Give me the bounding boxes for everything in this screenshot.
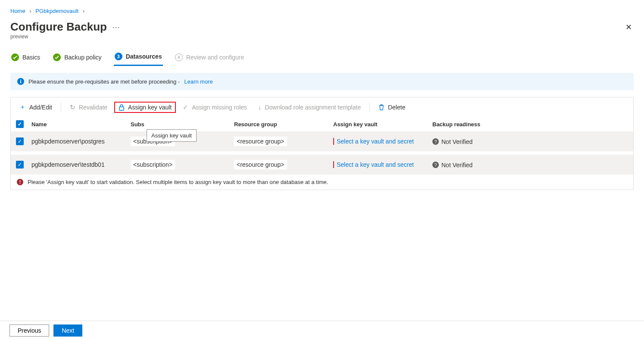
table-row: ✓ pgbkpdemoserver\testdb01 <subscription… (11, 155, 633, 175)
add-edit-button[interactable]: ＋ Add/Edit (15, 101, 56, 113)
tab-review-configure-label: Review and configure (186, 54, 244, 61)
svg-rect-3 (20, 81, 21, 83)
breadcrumb-home[interactable]: Home (10, 8, 25, 14)
status-label: Not Verified (441, 162, 472, 168)
assign-missing-roles-label: Assign missing roles (192, 104, 247, 111)
checkmark-circle-icon (11, 53, 19, 61)
tab-review-configure[interactable]: 4 Review and configure (174, 51, 245, 66)
more-icon[interactable]: ⋯ (112, 22, 120, 32)
help-icon: ? (432, 138, 439, 145)
refresh-icon: ↻ (70, 103, 75, 111)
validation-text: Please 'Assign key vault' to start valid… (28, 179, 328, 185)
tab-basics[interactable]: Basics (10, 51, 41, 66)
toolbar: ＋ Add/Edit ↻ Revalidate Assign key vault… (11, 97, 633, 117)
column-subscription[interactable]: Subs (131, 121, 234, 128)
svg-rect-5 (119, 107, 124, 110)
column-name[interactable]: Name (31, 121, 131, 128)
download-template-label: Download role assignment template (265, 104, 361, 111)
plus-icon: ＋ (19, 103, 26, 111)
breadcrumb: Home › PGbkpdemovault › (0, 0, 644, 18)
info-bar: Please ensure the pre-requisites are met… (10, 73, 634, 90)
separator (61, 103, 61, 112)
revalidate-label: Revalidate (79, 104, 107, 111)
svg-rect-8 (20, 183, 21, 184)
datasources-panel: ＋ Add/Edit ↻ Revalidate Assign key vault… (10, 97, 634, 190)
step-number-icon: 4 (175, 53, 183, 61)
row-resource-group: <resource group> (234, 160, 287, 169)
row-subscription: <subscription> (131, 160, 175, 169)
row-resource-group: <resource group> (234, 137, 287, 146)
assign-missing-roles-button[interactable]: ✓ Assign missing roles (178, 101, 251, 113)
status-label: Not Verified (441, 138, 472, 145)
column-assign-key-vault[interactable]: Assign key vault (333, 121, 432, 128)
error-icon (17, 179, 23, 185)
add-edit-label: Add/Edit (29, 104, 52, 111)
chevron-right-icon: › (27, 8, 34, 14)
svg-rect-7 (20, 181, 21, 183)
checkmark-circle-icon (53, 53, 61, 61)
row-name: pgbkpdemoserver\testdb01 (31, 161, 131, 168)
select-all-checkbox[interactable]: ✓ (16, 120, 24, 128)
separator (369, 103, 370, 112)
page-subtitle: preview (0, 34, 644, 47)
download-icon: ↓ (258, 103, 262, 111)
row-checkbox[interactable]: ✓ (16, 161, 24, 168)
select-key-vault-link[interactable]: Select a key vault and secret (337, 161, 414, 168)
table-header: ✓ Name Subs Resource group Assign key va… (11, 117, 633, 131)
lock-icon (119, 104, 125, 111)
delete-button[interactable]: Delete (374, 102, 410, 113)
delete-label: Delete (388, 104, 405, 111)
row-name: pgbkpdemoserver\postgres (31, 138, 131, 145)
info-icon (17, 78, 24, 85)
column-resource-group[interactable]: Resource group (234, 121, 333, 128)
column-backup-readiness[interactable]: Backup readiness (432, 121, 628, 128)
download-template-button[interactable]: ↓ Download role assignment template (254, 101, 365, 113)
assign-key-vault-label: Assign key vault (128, 104, 172, 111)
page-title: Configure Backup (10, 20, 107, 34)
breadcrumb-vault[interactable]: PGbkpdemovault (35, 8, 78, 14)
table-row: ✓ pgbkpdemoserver\postgres <subscription… (11, 131, 633, 151)
chevron-right-icon: › (80, 8, 87, 14)
previous-button[interactable]: Previous (9, 324, 49, 337)
info-bar-text: Please ensure the pre-requisites are met… (28, 78, 180, 85)
svg-rect-4 (20, 80, 21, 81)
tab-datasources[interactable]: 3 Datasources (114, 50, 163, 66)
close-icon[interactable]: ✕ (625, 22, 632, 32)
row-checkbox[interactable]: ✓ (16, 137, 24, 145)
step-number-icon: 3 (115, 53, 122, 60)
next-button[interactable]: Next (53, 324, 82, 337)
wizard-tabs: Basics Backup policy 3 Datasources 4 Rev… (0, 47, 644, 66)
tab-backup-policy-label: Backup policy (64, 54, 101, 61)
status-badge: ? Not Verified (432, 162, 472, 168)
checkmark-icon: ✓ (183, 103, 188, 111)
tooltip: Assign key vault (147, 129, 197, 142)
help-icon: ? (432, 162, 439, 168)
tab-datasources-label: Datasources (126, 53, 162, 60)
assign-key-vault-button[interactable]: Assign key vault (114, 102, 176, 113)
delete-icon (378, 104, 385, 111)
tab-backup-policy[interactable]: Backup policy (52, 51, 102, 66)
tab-basics-label: Basics (22, 54, 40, 61)
select-key-vault-link[interactable]: Select a key vault and secret (337, 138, 414, 145)
info-bar-learn-more[interactable]: Learn more (184, 78, 213, 85)
revalidate-button[interactable]: ↻ Revalidate (66, 101, 112, 113)
validation-message: Please 'Assign key vault' to start valid… (11, 175, 633, 190)
footer: Previous Next (0, 321, 644, 340)
status-badge: ? Not Verified (432, 138, 472, 145)
